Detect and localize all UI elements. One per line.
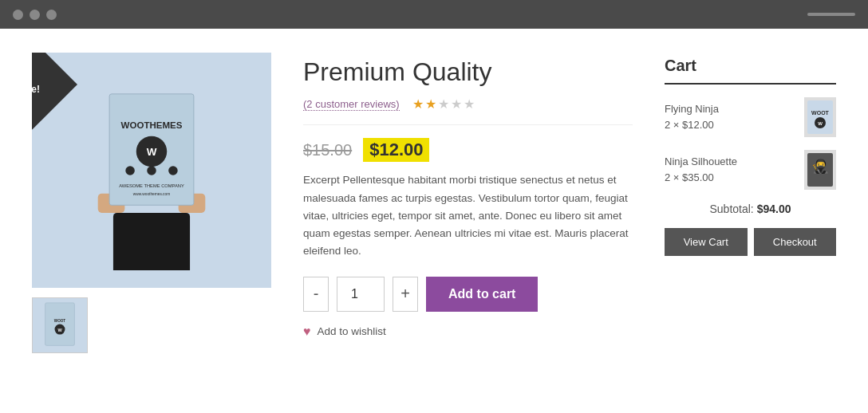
cart-item-2: Ninja Silhouette 2 × $35.00 🥷: [665, 150, 836, 190]
cart-item-1-name: Flying Ninja: [665, 103, 796, 115]
svg-point-8: [168, 166, 178, 175]
cart-item-1-price: 2 × $12.00: [665, 119, 714, 131]
svg-text:AWESOME THEME COMPANY: AWESOME THEME COMPANY: [119, 183, 184, 188]
svg-text:W: W: [57, 328, 62, 332]
cart-item-2-info: Ninja Silhouette 2 × $35.00: [665, 155, 796, 184]
svg-text:🥷: 🥷: [811, 157, 830, 175]
svg-rect-11: [113, 212, 190, 269]
product-images: Sale! WOOTHEMES W AWESOME THE: [32, 53, 271, 389]
product-illustration: WOOTHEMES W AWESOME THEME COMPANY www.wo…: [72, 71, 231, 270]
checkout-button[interactable]: Checkout: [754, 228, 837, 256]
star-1: ★: [412, 96, 424, 112]
titlebar-dot-2: [30, 10, 40, 20]
product-thumbnail[interactable]: WOOT W: [32, 297, 88, 353]
svg-point-7: [147, 166, 156, 175]
cart-item-2-name: Ninja Silhouette: [665, 155, 796, 167]
subtotal-label: Subtotal:: [710, 203, 754, 215]
thumbnail-image: WOOT W: [40, 301, 80, 349]
page: Sale! WOOTHEMES W AWESOME THE: [0, 29, 868, 413]
titlebar-dot-3: [46, 10, 57, 20]
star-rating: ★ ★ ★ ★ ★: [412, 96, 475, 112]
svg-text:W: W: [818, 121, 823, 126]
divider-1: [303, 124, 633, 125]
quantity-minus-button[interactable]: -: [303, 277, 329, 312]
add-to-cart-button[interactable]: Add to cart: [426, 277, 538, 312]
product-excerpt: Excerpt Pellentesque habitant morbi tris…: [303, 171, 633, 260]
cart-item-1: Flying Ninja 2 × $12.00 WOOT W: [665, 97, 836, 137]
quantity-input[interactable]: [337, 277, 385, 312]
cart-title: Cart: [665, 57, 836, 75]
cart-item-1-image: WOOT W: [804, 97, 836, 137]
subtotal-amount: $94.00: [757, 203, 791, 215]
price-row: $15.00 $12.00: [303, 138, 633, 162]
product-meta: (2 customer reviews) ★ ★ ★ ★ ★: [303, 96, 633, 112]
titlebar-dot-1: [13, 10, 23, 20]
svg-text:WOOT: WOOT: [54, 319, 66, 323]
product-title: Premium Quality: [303, 57, 633, 87]
main-product-image: Sale! WOOTHEMES W AWESOME THE: [32, 53, 271, 288]
sale-badge-text: Sale!: [32, 84, 40, 95]
cart-item-2-image: 🥷: [804, 150, 836, 190]
svg-text:W: W: [147, 145, 157, 157]
sale-price: $12.00: [363, 138, 429, 162]
svg-text:WOOT: WOOT: [811, 110, 829, 116]
star-5: ★: [464, 96, 475, 112]
quantity-plus-button[interactable]: +: [393, 277, 418, 312]
svg-point-6: [125, 166, 135, 175]
titlebar: [0, 0, 868, 29]
cart-item-2-price: 2 × $35.00: [665, 171, 714, 183]
subtotal-row: Subtotal: $94.00: [665, 203, 836, 215]
cart-item-1-info: Flying Ninja 2 × $12.00: [665, 103, 796, 132]
reviews-link[interactable]: (2 customer reviews): [303, 98, 400, 111]
cart-buttons: View Cart Checkout: [665, 228, 836, 256]
wishlist-row: ♥ Add to wishlist: [303, 324, 633, 339]
heart-icon: ♥: [303, 324, 311, 339]
sale-badge: Sale!: [32, 53, 77, 130]
quantity-row: - + Add to cart: [303, 277, 633, 312]
svg-text:WOOTHEMES: WOOTHEMES: [121, 120, 183, 130]
star-4: ★: [451, 96, 462, 112]
product-details: Premium Quality (2 customer reviews) ★ ★…: [303, 53, 633, 389]
add-to-wishlist-link[interactable]: Add to wishlist: [318, 325, 386, 337]
star-2: ★: [425, 96, 436, 112]
original-price: $15.00: [303, 141, 352, 159]
svg-text:www.woothemes.com: www.woothemes.com: [133, 191, 170, 195]
star-3: ★: [438, 96, 449, 112]
view-cart-button[interactable]: View Cart: [665, 228, 748, 256]
titlebar-bar: [807, 13, 855, 16]
cart-divider: [665, 83, 836, 85]
cart-sidebar: Cart Flying Ninja 2 × $12.00 WOOT W Ninj…: [665, 53, 836, 389]
